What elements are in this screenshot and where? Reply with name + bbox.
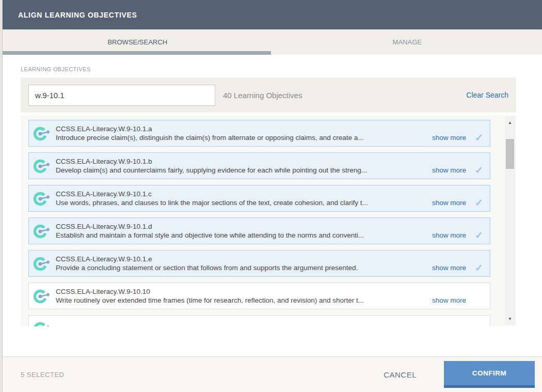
align-objectives-modal: ALIGN LEARNING OBJECTIVES BROWSE/SEARCH … (3, 0, 542, 392)
objective-row[interactable]: CCSS.ELA-Literacy.W.9-10.1.a Introduce p… (28, 120, 490, 147)
confirm-button[interactable]: CONFIRM (444, 361, 535, 388)
objective-row[interactable]: CCSS.ELA-Literacy.W.9-10.1.e Provide a c… (28, 250, 490, 277)
search-bar: 40 Learning Objectives Clear Search (21, 77, 516, 113)
objective-description: Develop claim(s) and counterclaims fairl… (56, 166, 428, 175)
objective-row[interactable]: CCSS.ELA-Literacy.W.9-10.1.c Use words, … (28, 185, 490, 212)
objectives-list: CCSS.ELA-Literacy.W.9-10.1.a Introduce p… (21, 115, 516, 326)
show-more-link[interactable]: show more (432, 199, 466, 207)
objective-code: CCSS.ELA-Literacy.W.9-10.1.a (56, 124, 485, 133)
objective-row[interactable]: CCSS.ELA-Literacy.W.9-10.1.d Establish a… (28, 217, 490, 244)
selected-check-icon: ✓ (473, 231, 485, 240)
page-background: ALIGN LEARNING OBJECTIVES BROWSE/SEARCH … (0, 0, 542, 392)
results-count: 40 Learning Objectives (223, 91, 302, 100)
objective-code: CCSS.ELA-Literacy.W.9-10.1.e (56, 255, 485, 263)
objective-description: Introduce precise claim(s), distinguish … (56, 133, 428, 142)
objective-icon (33, 124, 52, 143)
selected-count-label: 5 SELECTED (21, 371, 64, 379)
learning-objectives-section-label: LEARNING OBJECTIVES (21, 66, 90, 72)
objectives-rows: CCSS.ELA-Literacy.W.9-10.1.a Introduce p… (28, 115, 490, 326)
objective-icon (33, 222, 52, 240)
selected-check-icon: ✓ (473, 166, 485, 175)
objective-description: Use words, phrases, and clauses to link … (56, 198, 428, 207)
objective-description: Provide a concluding statement or sectio… (56, 263, 428, 272)
objective-code: CCSS.ELA-Literacy.W.9-10.1.c (56, 190, 485, 198)
objective-row[interactable]: CCSS.ELA-Literacy.W.9-10.10 Write routin… (28, 283, 490, 309)
cancel-button[interactable]: CANCEL (384, 370, 417, 379)
tab-manage-label: MANAGE (393, 38, 422, 46)
objective-code: CCSS.ELA-Literacy.W.9-10.10 (56, 287, 485, 296)
objective-row[interactable]: CCSS.ELA-Literacy.W.9-10.1.b Develop cla… (28, 152, 490, 179)
selected-check-icon: ✓ (473, 198, 485, 207)
modal-header: ALIGN LEARNING OBJECTIVES (3, 0, 542, 29)
selected-check-icon: ✓ (473, 133, 485, 142)
objective-description: Write routinely over extended time frame… (56, 296, 428, 305)
show-more-link[interactable]: show more (432, 134, 466, 142)
show-more-link[interactable]: show more (432, 296, 466, 304)
modal-footer: 5 SELECTED CANCEL CONFIRM (3, 356, 542, 392)
objective-icon (33, 287, 52, 305)
objective-icon (33, 189, 52, 208)
scroll-up-arrow-icon[interactable]: ▲ (505, 117, 515, 128)
objective-code: ELA-Literacy.W.9-10.1b (56, 324, 485, 327)
show-more-link[interactable]: show more (432, 166, 466, 174)
scrollbar-thumb[interactable] (506, 139, 514, 169)
show-more-link[interactable]: show more (432, 231, 466, 239)
show-more-link[interactable]: show more (432, 264, 466, 272)
tab-browse-search-label: BROWSE/SEARCH (107, 38, 167, 46)
selected-check-icon: ✓ (473, 263, 485, 272)
objective-code: CCSS.ELA-Literacy.W.9-10.1.d (56, 222, 485, 231)
objective-code: CCSS.ELA-Literacy.W.9-10.1.b (56, 157, 485, 166)
search-input[interactable] (28, 85, 215, 106)
clear-search-link[interactable]: Clear Search (466, 91, 508, 99)
modal-title: ALIGN LEARNING OBJECTIVES (18, 11, 137, 19)
objective-icon (33, 319, 52, 326)
scroll-down-arrow-icon[interactable]: ▼ (505, 313, 515, 324)
tab-manage[interactable]: MANAGE (273, 29, 542, 55)
objective-icon (33, 254, 52, 273)
active-tab-indicator (3, 51, 271, 55)
list-scrollbar[interactable]: ▲ ▼ (505, 116, 515, 325)
objective-icon (33, 156, 52, 175)
objective-row[interactable]: ELA-Literacy.W.9-10.1b (28, 315, 490, 326)
tab-bar: BROWSE/SEARCH MANAGE (3, 29, 542, 55)
objective-description: Establish and maintain a formal style an… (56, 231, 428, 240)
